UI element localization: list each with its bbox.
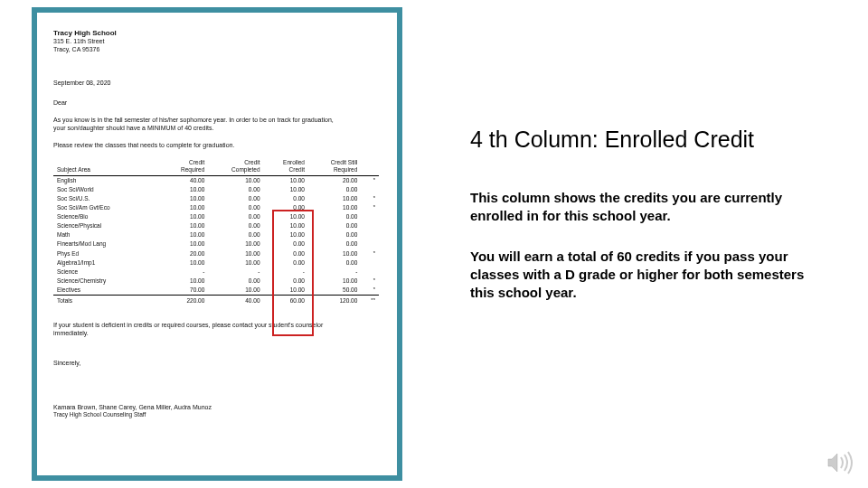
table-row: Finearts/Mod Lang10.0010.000.000.00: [53, 239, 379, 249]
school-name: Tracy High School: [53, 29, 381, 38]
table-row: Science----: [53, 267, 379, 277]
col-required: Credit Required: [160, 158, 208, 175]
col-subject: Subject Area: [53, 158, 160, 175]
sincerely: Sincerely,: [53, 360, 381, 368]
table-row: English40.0010.0010.0020.00*: [53, 175, 379, 185]
letter-date: September 08, 2020: [53, 80, 381, 88]
signature-title: Tracy High School Counseling Staff: [53, 411, 381, 418]
letter-document: Tracy High School 315 E. 11th Street Tra…: [32, 7, 402, 481]
table-row: Science/Chemistry10.000.000.0010.00*: [53, 277, 379, 286]
panel-paragraph-1: This column shows the credits you are cu…: [470, 189, 814, 226]
table-row: Soc Sci/U.S.10.000.000.0010.00*: [53, 194, 379, 203]
footer-line-2: immediately.: [53, 330, 89, 336]
table-row: Phys Ed20.0010.000.0010.00*: [53, 249, 379, 258]
footer-line-1: If your student is deficient in credits …: [53, 322, 323, 328]
table-row: Electives70.0010.0010.0050.00*: [53, 286, 379, 296]
table-row: Science/Bio10.000.0010.000.00: [53, 212, 379, 221]
table-row: Math10.000.0010.000.00: [53, 230, 379, 239]
table-row: Science/Physical10.000.0010.000.00: [53, 221, 379, 230]
body-line-1: As you know is in the fall semester of h…: [53, 117, 379, 125]
speaker-icon: [826, 450, 855, 479]
table-totals-row: Totals220.0040.0060.00120.00**: [53, 296, 379, 306]
col-enrolled: Enrolled Credit: [264, 158, 308, 175]
table-row: Soc Sci/World10.000.0010.000.00: [53, 185, 379, 194]
col-still: Credit Still Required: [308, 158, 361, 175]
school-address-1: 315 E. 11th Street: [53, 38, 381, 46]
table-row: Algebra1/Imp110.0010.000.000.00: [53, 258, 379, 267]
credits-table: Subject Area Credit Required Credit Comp…: [53, 158, 379, 305]
school-address-2: Tracy, CA 95376: [53, 46, 381, 54]
panel-paragraph-2: You will earn a total of 60 credits if y…: [470, 248, 814, 303]
panel-heading: 4 th Column: Enrolled Credit: [470, 127, 832, 153]
review-line: Please review the classes that needs to …: [53, 142, 381, 150]
body-line-2: your son/daughter should have a MINIMUM …: [53, 125, 379, 133]
explanation-panel: 4 th Column: Enrolled Credit This column…: [434, 0, 868, 488]
letterhead: Tracy High School 315 E. 11th Street Tra…: [53, 29, 381, 54]
footer-note: If your student is deficient in credits …: [53, 322, 379, 338]
letter-greeting: Dear: [53, 99, 381, 108]
signature-block: Kamara Brown, Shane Carey, Gena Miller, …: [53, 404, 381, 419]
col-completed: Credit Completed: [208, 158, 263, 175]
table-row: Soc Sci/Am Gvt/Eco10.000.000.0010.00*: [53, 203, 379, 212]
signers: Kamara Brown, Shane Carey, Gena Miller, …: [53, 404, 381, 412]
letter-body: As you know is in the fall semester of h…: [53, 117, 379, 133]
